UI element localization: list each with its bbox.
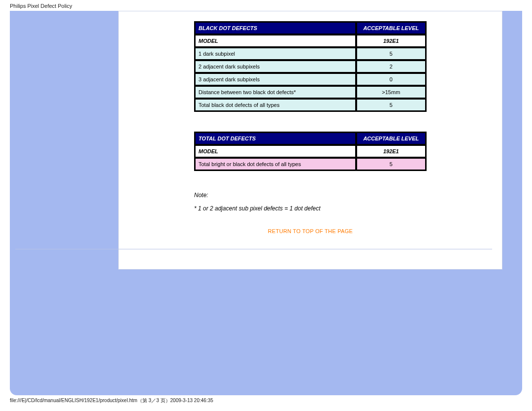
- return-to-top-link[interactable]: RETURN TO TOP OF THE PAGE: [133, 228, 487, 234]
- defect-value: 0: [357, 73, 426, 85]
- defect-label: Total bright or black dot defects of all…: [195, 158, 356, 170]
- model-label-cell: MODEL: [195, 145, 356, 157]
- defect-value: 5: [357, 48, 426, 60]
- footer-path: file:///E|/CD/lcd/manual/ENGLISH/192E1/p…: [0, 393, 223, 395]
- defect-value: 5: [357, 99, 426, 111]
- table-row: 3 adjacent dark subpixels 0: [195, 73, 426, 85]
- table-header-row: BLACK DOT DEFECTS ACCEPTABLE LEVEL: [195, 22, 426, 34]
- defect-label: 3 adjacent dark subpixels: [195, 73, 356, 85]
- model-row: MODEL 192E1: [195, 145, 426, 157]
- table-row: 1 dark subpixel 5: [195, 48, 426, 60]
- note-block: Note: * 1 or 2 adjacent sub pixel defect…: [194, 191, 427, 213]
- defect-label: 1 dark subpixel: [195, 48, 356, 60]
- table-row: 2 adjacent dark subpixels 2: [195, 61, 426, 72]
- header-right-cell: ACCEPTABLE LEVEL: [357, 133, 426, 144]
- background-panel: BLACK DOT DEFECTS ACCEPTABLE LEVEL MODEL…: [10, 11, 522, 395]
- defect-label: Total black dot defects of all types: [195, 99, 356, 111]
- model-value-cell: 192E1: [357, 35, 426, 47]
- defect-value: 2: [357, 61, 426, 72]
- defect-label: 2 adjacent dark subpixels: [195, 61, 356, 72]
- page-title: Philips Pixel Defect Policy: [0, 0, 532, 11]
- table-header-row: TOTAL DOT DEFECTS ACCEPTABLE LEVEL: [195, 133, 426, 144]
- defect-value: 5: [357, 158, 426, 170]
- defect-label: Distance between two black dot defects*: [195, 86, 356, 98]
- defect-value: >15mm: [357, 86, 426, 98]
- header-left-cell: TOTAL DOT DEFECTS: [195, 133, 356, 144]
- black-dot-table: BLACK DOT DEFECTS ACCEPTABLE LEVEL MODEL…: [194, 21, 427, 112]
- table-row: Total black dot defects of all types 5: [195, 99, 426, 111]
- total-dot-table: TOTAL DOT DEFECTS ACCEPTABLE LEVEL MODEL…: [194, 132, 427, 171]
- model-label-cell: MODEL: [195, 35, 356, 47]
- model-row: MODEL 192E1: [195, 35, 426, 47]
- header-left-cell: BLACK DOT DEFECTS: [195, 22, 356, 34]
- table-row: Distance between two black dot defects* …: [195, 86, 426, 98]
- note-label: Note:: [194, 191, 427, 200]
- content-panel: BLACK DOT DEFECTS ACCEPTABLE LEVEL MODEL…: [118, 11, 502, 270]
- model-value-cell: 192E1: [357, 145, 426, 157]
- note-text: * 1 or 2 adjacent sub pixel defects = 1 …: [194, 204, 427, 213]
- header-right-cell: ACCEPTABLE LEVEL: [357, 22, 426, 34]
- table-row: Total bright or black dot defects of all…: [195, 158, 426, 170]
- divider: [15, 249, 492, 249]
